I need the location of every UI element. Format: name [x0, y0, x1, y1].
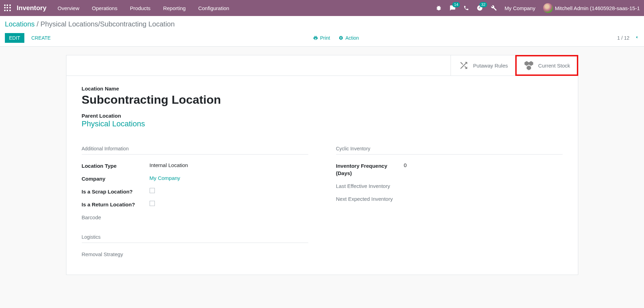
activities-icon[interactable]: 32	[477, 5, 483, 11]
nav-configuration[interactable]: Configuration	[198, 5, 229, 11]
company-selector[interactable]: My Company	[504, 5, 535, 11]
is-scrap-label: Is a Scrap Location?	[82, 188, 150, 195]
location-name-label: Location Name	[82, 86, 563, 92]
nav-operations[interactable]: Operations	[92, 5, 117, 11]
is-return-label: Is a Return Location?	[82, 201, 150, 208]
form-sheet: Putaway Rules Current Stock Location Nam…	[66, 55, 578, 275]
location-type-label: Location Type	[82, 162, 150, 169]
last-eff-label: Last Effective Inventory	[336, 182, 404, 190]
tools-icon[interactable]	[491, 5, 497, 11]
apps-icon[interactable]	[4, 5, 11, 11]
parent-location-link[interactable]: Physical Locations	[82, 119, 563, 128]
pager-count[interactable]: 1 / 12	[617, 35, 629, 41]
location-type-value: Internal Location	[150, 162, 188, 168]
print-icon	[313, 35, 318, 40]
nav-overview[interactable]: Overview	[58, 5, 80, 11]
company-value[interactable]: My Company	[150, 175, 180, 181]
nav-right: 14 32 My Company Mitchell Admin (1460592…	[436, 3, 640, 13]
username[interactable]: Mitchell Admin (14605928-saas-15-1	[555, 5, 640, 11]
messages-badge: 14	[452, 2, 460, 7]
location-name: Subcontracting Location	[82, 93, 563, 106]
nav-reporting[interactable]: Reporting	[163, 5, 186, 11]
navbar: Inventory Overview Operations Products R…	[0, 0, 644, 16]
stat-buttons: Putaway Rules Current Stock	[66, 55, 578, 76]
shuffle-icon	[459, 60, 469, 71]
phone-icon[interactable]	[463, 5, 469, 11]
putaway-rules-button[interactable]: Putaway Rules	[451, 55, 516, 76]
inv-freq-label: Inventory Frequency (Days)	[336, 162, 404, 177]
cyclic-title: Cyclic Inventory	[336, 146, 563, 155]
parent-location-label: Parent Location	[82, 113, 563, 119]
breadcrumb: Locations / Physical Locations/Subcontra…	[5, 20, 639, 28]
left-column: Additional Information Location Type Int…	[82, 146, 308, 261]
is-return-checkbox[interactable]	[150, 201, 155, 206]
control-panel: Locations / Physical Locations/Subcontra…	[0, 16, 644, 47]
removal-strategy-label: Removal Strategy	[82, 251, 150, 258]
action-button[interactable]: Action	[339, 35, 359, 41]
app-brand[interactable]: Inventory	[17, 4, 47, 12]
additional-info-title: Additional Information	[82, 146, 308, 155]
boxes-icon	[524, 60, 534, 71]
bug-icon[interactable]	[436, 5, 442, 11]
edit-button[interactable]: EDIT	[5, 33, 24, 43]
inv-freq-value: 0	[404, 162, 407, 168]
company-label: Company	[82, 175, 150, 182]
avatar[interactable]	[543, 3, 553, 13]
right-column: Cyclic Inventory Inventory Frequency (Da…	[336, 146, 563, 261]
current-stock-button[interactable]: Current Stock	[516, 55, 578, 76]
next-exp-label: Next Expected Inventory	[336, 195, 404, 203]
gear-icon	[339, 35, 343, 40]
is-scrap-checkbox[interactable]	[150, 188, 155, 193]
logistics-title: Logistics	[82, 234, 308, 243]
breadcrumb-root[interactable]: Locations	[5, 20, 35, 28]
activities-badge: 32	[479, 2, 487, 7]
print-button[interactable]: Print	[313, 35, 330, 41]
messages-icon[interactable]: 14	[450, 5, 456, 11]
breadcrumb-current: Physical Locations/Subcontracting Locati…	[40, 20, 175, 28]
create-button[interactable]: CREATE	[27, 33, 55, 43]
nav-menu: Overview Operations Products Reporting C…	[58, 5, 436, 11]
pager-prev-icon[interactable]	[634, 34, 639, 42]
nav-products[interactable]: Products	[130, 5, 150, 11]
barcode-label: Barcode	[82, 214, 150, 221]
